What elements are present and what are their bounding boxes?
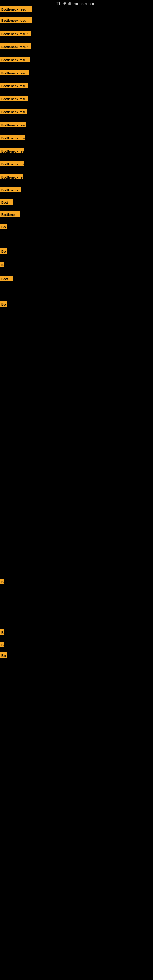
bottleneck-result-item: Bott	[0, 275, 13, 281]
bottleneck-result-item: Bottleneck result	[0, 43, 30, 49]
bottleneck-result-item: Bottleneck result	[0, 30, 30, 36]
bottleneck-result-item: Bottleneck res	[0, 161, 24, 166]
bottleneck-result-item: Bottleneck resu	[0, 109, 27, 114]
bottleneck-result-item: Bottleneck result	[0, 17, 32, 23]
bottleneck-result-item: Bo	[0, 224, 7, 229]
bottleneck-result-item: Bottleneck	[0, 187, 21, 192]
bottleneck-result-item: Bottleneck resu	[0, 122, 26, 127]
bottleneck-result-item: Bottleneck resu	[0, 95, 27, 101]
bottleneck-result-item: Bottleneck resu	[0, 135, 25, 140]
bottleneck-result-item: Bottleneck resul	[0, 70, 29, 75]
bottleneck-result-item: Bottleneck resu	[0, 83, 28, 88]
bottleneck-result-item: Bo	[0, 652, 7, 658]
bottleneck-result-item: B	[0, 641, 4, 647]
bottleneck-result-item: B	[0, 262, 4, 267]
bottleneck-result-item: Bottleneck resul	[0, 57, 30, 62]
bottleneck-result-item: Bottlene	[0, 211, 20, 217]
bottleneck-result-item: Bottleneck res	[0, 148, 24, 153]
bottleneck-result-item: Bottleneck result	[0, 6, 32, 12]
bottleneck-result-item: B	[0, 629, 4, 635]
bottleneck-result-item: Bottleneck re	[0, 174, 23, 180]
bottleneck-result-item: Bo	[0, 248, 7, 254]
bottleneck-result-item: Bo	[0, 301, 7, 307]
bottleneck-result-item: B	[0, 579, 4, 584]
bottleneck-result-item: Bott	[0, 199, 13, 205]
